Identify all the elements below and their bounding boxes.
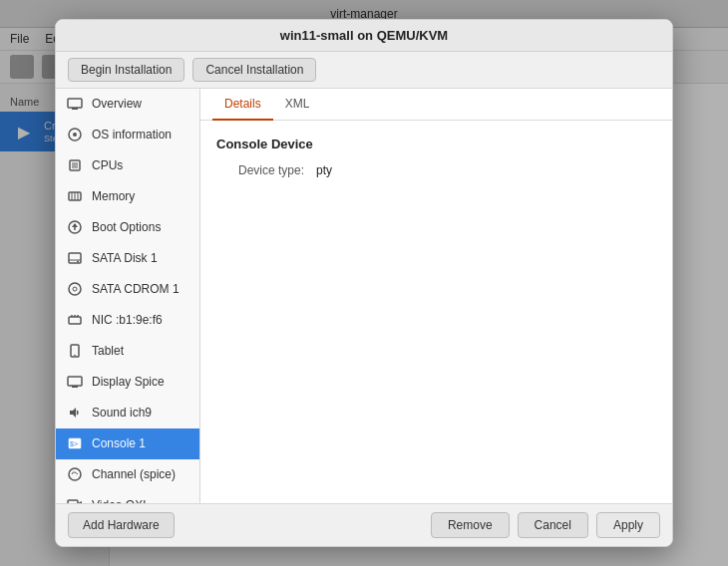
cancel-button[interactable]: Cancel	[518, 512, 588, 538]
svg-point-23	[74, 355, 76, 357]
svg-text:$>: $>	[70, 440, 78, 447]
device-item-memory[interactable]: Memory	[56, 181, 199, 212]
device-label-sound: Sound ich9	[92, 406, 152, 420]
device-label-overview: Overview	[92, 97, 142, 111]
remove-button[interactable]: Remove	[431, 512, 510, 538]
sound-icon	[66, 404, 84, 422]
disk-icon	[66, 249, 84, 267]
cdrom-icon	[66, 280, 84, 298]
svg-point-17	[73, 287, 77, 291]
device-label-boot: Boot Options	[92, 220, 161, 234]
detail-content: Console Device Device type: pty	[200, 121, 672, 503]
cpu-icon	[66, 156, 84, 174]
device-item-cpus[interactable]: CPUs	[56, 150, 199, 181]
device-item-os[interactable]: OS information	[56, 120, 199, 150]
device-label-cpus: CPUs	[92, 158, 123, 172]
device-label-tablet: Tablet	[92, 344, 124, 358]
device-list: Overview OS information CPUs	[56, 89, 200, 503]
modal-footer: Add Hardware Remove Cancel Apply	[56, 503, 672, 546]
device-label-spice: Display Spice	[92, 375, 165, 389]
device-item-console[interactable]: $> Console 1	[56, 428, 199, 459]
device-item-sound[interactable]: Sound ich9	[56, 398, 199, 428]
video-icon	[66, 496, 84, 503]
console-icon: $>	[66, 434, 84, 452]
modal-overlay: win11-small on QEMU/KVM Begin Installati…	[0, 0, 728, 566]
device-item-cdrom[interactable]: SATA CDROM 1	[56, 274, 199, 305]
footer-right-buttons: Remove Cancel Apply	[431, 512, 660, 538]
device-label-console: Console 1	[92, 436, 146, 450]
device-label-sata1: SATA Disk 1	[92, 251, 158, 265]
svg-rect-25	[72, 386, 78, 388]
detail-section-title: Console Device	[216, 137, 656, 151]
apply-button[interactable]: Apply	[596, 512, 660, 538]
monitor-icon	[66, 95, 84, 113]
device-item-video[interactable]: Video QXL	[56, 490, 199, 503]
device-label-channel: Channel (spice)	[92, 467, 176, 481]
device-item-spice[interactable]: Display Spice	[56, 367, 199, 398]
device-item-channel[interactable]: Channel (spice)	[56, 459, 199, 490]
detail-value-device-type: pty	[316, 163, 332, 177]
device-item-sata1[interactable]: SATA Disk 1	[56, 243, 199, 274]
memory-icon	[66, 187, 84, 205]
svg-marker-26	[70, 408, 76, 418]
device-label-cdrom: SATA CDROM 1	[92, 282, 180, 296]
tab-xml[interactable]: XML	[273, 89, 322, 121]
nic-icon	[66, 311, 84, 329]
svg-rect-5	[72, 162, 78, 168]
svg-point-15	[77, 261, 79, 263]
device-item-overview[interactable]: Overview	[56, 89, 199, 120]
modal-title: win11-small on QEMU/KVM	[280, 28, 448, 43]
modal-dialog: win11-small on QEMU/KVM Begin Installati…	[55, 19, 673, 547]
tablet-icon	[66, 342, 84, 360]
tab-details[interactable]: Details	[212, 89, 273, 121]
device-label-os: OS information	[92, 128, 172, 142]
device-label-memory: Memory	[92, 189, 135, 203]
detail-tabs: Details XML	[200, 89, 672, 121]
modal-body: Overview OS information CPUs	[56, 89, 672, 503]
os-icon	[66, 126, 84, 143]
svg-rect-1	[72, 108, 78, 110]
device-item-nic[interactable]: NIC :b1:9e:f6	[56, 305, 199, 336]
device-item-tablet[interactable]: Tablet	[56, 336, 199, 367]
device-label-nic: NIC :b1:9e:f6	[92, 313, 163, 327]
cancel-installation-button[interactable]: Cancel Installation	[192, 58, 316, 82]
modal-toolbar: Begin Installation Cancel Installation	[56, 52, 672, 89]
boot-icon	[66, 218, 84, 236]
svg-rect-13	[69, 253, 81, 263]
svg-point-29	[69, 468, 81, 480]
svg-rect-18	[69, 317, 81, 324]
add-hardware-button[interactable]: Add Hardware	[68, 512, 175, 538]
spice-icon	[66, 373, 84, 391]
detail-label-device-type: Device type:	[216, 163, 316, 177]
svg-point-3	[73, 133, 77, 137]
detail-row-device-type: Device type: pty	[216, 163, 656, 177]
svg-rect-24	[68, 377, 82, 386]
svg-marker-12	[72, 223, 78, 227]
detail-area: Details XML Console Device Device type: …	[200, 89, 672, 503]
modal-titlebar: win11-small on QEMU/KVM	[56, 20, 672, 52]
channel-icon	[66, 465, 84, 483]
svg-point-16	[69, 283, 81, 295]
device-item-boot[interactable]: Boot Options	[56, 212, 199, 243]
begin-installation-button[interactable]: Begin Installation	[68, 58, 184, 82]
svg-rect-0	[68, 99, 82, 108]
